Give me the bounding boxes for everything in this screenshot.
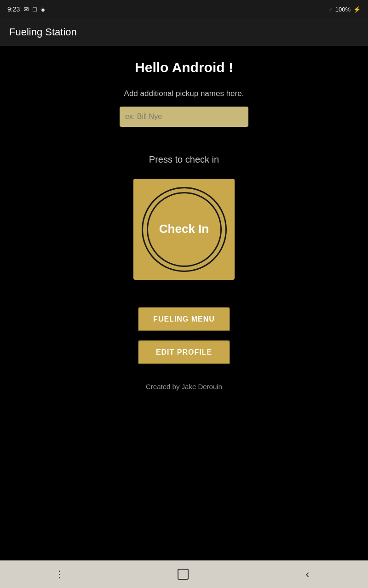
edit-profile-button[interactable]: EDIT PROFILE bbox=[138, 340, 230, 364]
fueling-menu-button[interactable]: FUELING MENU bbox=[138, 307, 230, 331]
back-button[interactable]: ‹ bbox=[292, 563, 323, 585]
nav-bar: ‹ bbox=[0, 560, 368, 588]
app-bar: Fueling Station bbox=[0, 18, 368, 46]
check-in-button[interactable]: Check In bbox=[142, 187, 227, 272]
wifi-icon: ⌿ bbox=[329, 6, 333, 13]
status-bar-left: 9:23 ✉ □ ◈ bbox=[7, 6, 46, 13]
check-in-container: Check In bbox=[133, 179, 235, 280]
subtitle-text: Add additional pickup names here. bbox=[124, 89, 244, 98]
battery-level: 100% bbox=[335, 6, 351, 13]
press-label: Press to check in bbox=[149, 154, 219, 165]
signal-icon: ◈ bbox=[40, 6, 46, 13]
status-bar-right: ⌿ 100% ⚡ bbox=[329, 6, 361, 13]
status-bar: 9:23 ✉ □ ◈ ⌿ 100% ⚡ bbox=[0, 0, 368, 18]
app-bar-title: Fueling Station bbox=[9, 26, 77, 38]
pickup-name-input[interactable] bbox=[120, 107, 248, 127]
home-icon bbox=[178, 569, 189, 580]
status-time: 9:23 bbox=[7, 6, 20, 13]
main-content: Hello Android ! Add additional pickup na… bbox=[0, 46, 368, 560]
battery-icon: ⚡ bbox=[353, 6, 361, 13]
email-icon: ✉ bbox=[23, 6, 29, 13]
sim-icon: □ bbox=[33, 6, 36, 13]
back-icon: ‹ bbox=[306, 568, 310, 581]
recent-apps-button[interactable] bbox=[45, 566, 74, 583]
footer-text: Created by Jake Derouin bbox=[146, 383, 222, 390]
page-title: Hello Android ! bbox=[135, 60, 233, 75]
check-in-label: Check In bbox=[159, 222, 209, 236]
bottom-buttons: FUELING MENU EDIT PROFILE Created by Jak… bbox=[9, 307, 359, 390]
recent-apps-icon bbox=[59, 571, 60, 578]
home-button[interactable] bbox=[164, 564, 202, 584]
